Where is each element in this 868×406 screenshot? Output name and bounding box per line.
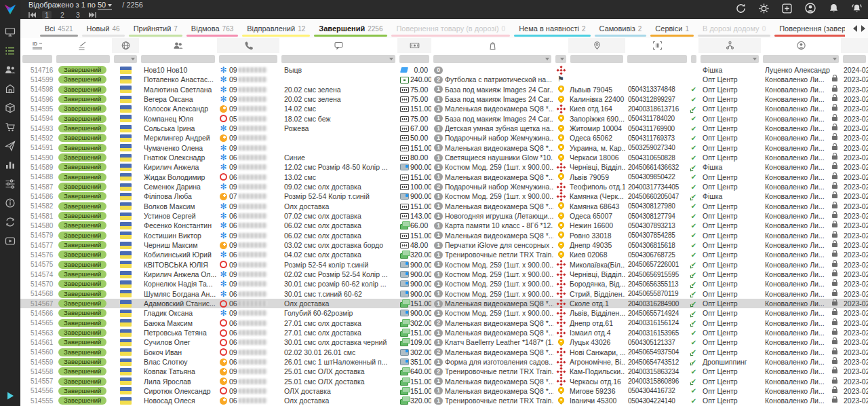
table-row[interactable]: 514576 Завершений Кобилинський Юрий 06 0… (20, 250, 868, 259)
table-row[interactable]: 514565 Завершений Баюка Максим 06 27.01 … (20, 318, 868, 328)
customers-icon[interactable] (5, 64, 16, 75)
table-row[interactable]: 514570 Завершений Корнелюк Надія Та... 0… (20, 279, 868, 289)
filter-id[interactable] (22, 55, 52, 63)
table-row[interactable]: 514561 Завершений Сучилов Олег 06 30.01 … (20, 337, 868, 347)
table-row[interactable]: 514575 Завершений КВІТОВСЬКА ЮЛІЯ 09 Роз… (20, 260, 868, 270)
page-button-2[interactable]: 2 (58, 11, 67, 19)
filter-caret-icon[interactable] (131, 58, 135, 60)
table-row[interactable]: 514577 Завершений Черниш Максим 09 03.02… (20, 240, 868, 250)
tab-Новый[interactable]: Новый46 (80, 19, 127, 38)
filter-phone[interactable] (219, 55, 277, 63)
table-row[interactable]: 514579 Завершений Костишин Виктор 09 06.… (20, 231, 868, 240)
filter-comment[interactable] (281, 55, 395, 63)
col-country[interactable] (112, 38, 139, 53)
table-row[interactable]: 514592 Завершений Мерклингер Андрей 09 5… (20, 133, 868, 143)
video-tutorials-icon[interactable] (5, 236, 16, 246)
bell-icon[interactable] (828, 3, 840, 14)
table-row[interactable]: 514559 Завершений Влас Слотюу 06 26.01 с… (20, 357, 868, 367)
returns-icon[interactable] (5, 217, 16, 227)
products-box-icon[interactable] (5, 103, 16, 113)
app-logo[interactable] (0, 0, 20, 19)
table-row[interactable]: 514560 Завершений Бокоч Иван 09 02.02 30… (20, 348, 868, 357)
col-manager[interactable] (761, 38, 841, 53)
tab-Повернення товару (в дорозі)[interactable]: Повернення товару (в дорозі)0 (389, 19, 512, 38)
table-row[interactable]: 514598 Завершений Малютина Светлана 09 2… (20, 85, 868, 94)
col-source[interactable] (698, 38, 761, 53)
page-button-1[interactable]: 1 (42, 11, 52, 19)
filter-caret-icon[interactable] (833, 58, 837, 60)
refresh-icon[interactable] (735, 3, 747, 14)
filter-delivery[interactable] (555, 55, 566, 63)
tab-Сервіси[interactable]: Сервіси1 (648, 19, 696, 38)
table-row[interactable]: 514589 Завершений Кирилич Анжела 09 12.0… (20, 162, 868, 172)
page-button-3[interactable]: 3 (73, 11, 83, 19)
table-row[interactable]: 514599 Завершений Потапенко Анастас... 0… (20, 75, 868, 84)
table-row[interactable]: 514593 Завершений Сольська Ірина 09 Роже… (20, 124, 868, 133)
table-row[interactable]: 514595 Завершений Колосок Александр 09 1… (20, 104, 868, 113)
filter-status[interactable] (56, 55, 110, 63)
tab-scroll-left-icon[interactable] (853, 25, 857, 32)
filter-payment[interactable] (399, 55, 429, 63)
table-row[interactable]: 514581 Завершений Устинов Сергей 06 07.0… (20, 211, 868, 221)
tab-В дорозі додому[interactable]: В дорозі додому0 (696, 19, 772, 38)
filter-date[interactable] (843, 55, 866, 63)
table-row[interactable]: 514574 Завершений Кирилич Анжела Ол... 0… (20, 270, 868, 279)
col-tracking[interactable] (625, 38, 689, 53)
tab-Відправлений[interactable]: Відправлений12 (240, 19, 312, 38)
send-icon[interactable] (5, 141, 16, 151)
statistics-icon[interactable] (5, 160, 16, 170)
first-page-button[interactable] (28, 12, 36, 18)
table-row[interactable]: 514558 Завершений Ковпак Татьяна 09 25.0… (20, 367, 868, 376)
filter-product[interactable] (433, 55, 551, 63)
filter-caret-icon[interactable] (389, 58, 393, 60)
tab-Самовивіз[interactable]: Самовивіз2 (593, 19, 649, 38)
table-row[interactable]: 514568 Завершений Шумляс Богдана Ан... 0… (20, 289, 868, 299)
market-icon[interactable] (5, 84, 16, 94)
filter-check[interactable] (691, 55, 696, 63)
table-row[interactable]: 514556 Завершений Сиротюк Олександр 09 О… (20, 386, 868, 396)
filter-city[interactable] (570, 55, 623, 63)
desktop-icon[interactable] (5, 26, 16, 37)
col-status[interactable] (54, 38, 112, 53)
filter-manager[interactable] (763, 55, 839, 63)
col-payment[interactable] (397, 38, 431, 53)
collapse-arrow-icon[interactable] (0, 391, 20, 401)
settings-sliders-icon[interactable] (5, 179, 16, 189)
col-id[interactable]: ID (20, 38, 54, 53)
table-row[interactable]: 514582 Завершений Волков Максим 09 Олх д… (20, 202, 868, 211)
filter-source[interactable] (701, 55, 759, 63)
add-square-icon[interactable] (781, 3, 793, 14)
col-city[interactable] (568, 38, 625, 53)
tab-Прийнятий[interactable]: Прийнятий7 (127, 19, 184, 38)
filter-tracking[interactable] (627, 55, 687, 63)
table-row[interactable]: 514716 Завершений Нов10 Нов10 09 Выцв 0.… (20, 65, 868, 75)
last-page-button[interactable] (89, 12, 96, 18)
col-phone[interactable] (217, 38, 279, 53)
orders-list-icon[interactable] (5, 45, 16, 56)
table-row[interactable]: 514566 Завершений Гладик Оксана 09 Голуб… (20, 308, 868, 318)
table-row[interactable]: 514588 Завершений Жидак Володимир 06 13.… (20, 172, 868, 182)
table-row[interactable]: 514587 Завершений Семенюк Дарина 09 09.0… (20, 182, 868, 191)
filter-caret-icon[interactable] (545, 58, 549, 60)
announcement-bell-icon[interactable] (851, 3, 863, 14)
filter-caret-icon[interactable] (753, 58, 757, 60)
tab-Нема в наявності[interactable]: Нема в наявності2 (512, 19, 592, 38)
table-row[interactable]: 514596 Завершений Вегера Оксана 09 20.02… (20, 94, 868, 104)
col-customer[interactable] (139, 38, 217, 53)
account-icon[interactable] (804, 2, 816, 14)
page-size-dropdown[interactable]: 50 (98, 1, 112, 10)
table-row[interactable]: 514580 Завершений Фесенко Константин 06 … (20, 221, 868, 230)
table-row[interactable]: 514586 Завершений Філіпова Люба 07 Розмі… (20, 191, 868, 201)
filter-country[interactable] (114, 55, 137, 63)
col-product[interactable] (431, 38, 553, 53)
gear-icon[interactable] (758, 3, 770, 14)
table-row[interactable]: 514557 Завершений Лила Ярослав 09 25.01 … (20, 377, 868, 386)
table-row[interactable]: 514563 Завершений Петровська Тетяна 06 2… (20, 328, 868, 337)
tab-Відмова[interactable]: Відмова763 (184, 19, 240, 38)
table-row[interactable]: 514567 Завершений Адамовский Станис... 0… (20, 299, 868, 308)
tab-Завершений[interactable]: Завершений2256 (312, 19, 389, 38)
tab-Всі[interactable]: Всі4521 (38, 19, 80, 38)
info-icon[interactable] (5, 198, 16, 208)
table-row[interactable]: 514590 Завершений Гнатюк Олекснадр 06 Си… (20, 153, 868, 162)
table-row[interactable]: 514555 Завершений Новосад Олеся 06 Олх д… (20, 396, 868, 405)
